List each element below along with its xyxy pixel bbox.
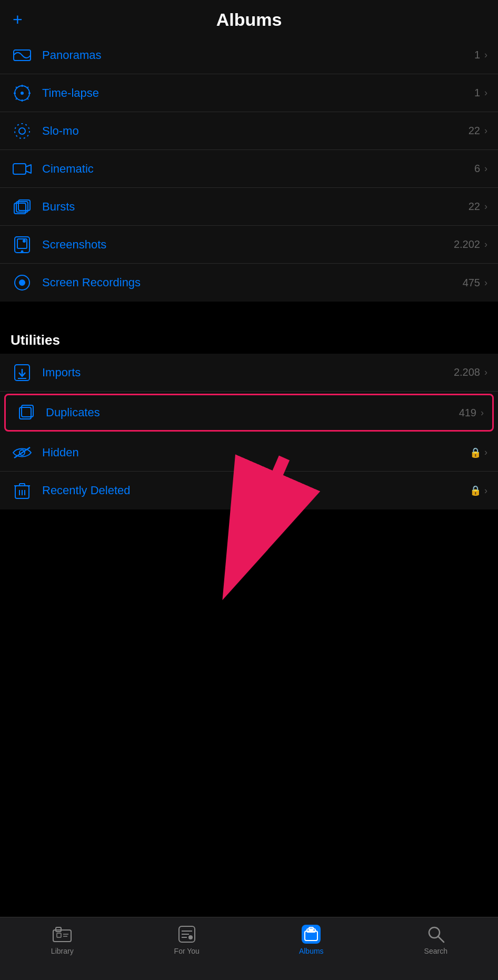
item-count: 1 [474,49,480,61]
recently-deleted-item[interactable]: Recently Deleted 🔒 › [0,472,498,509]
item-count: 419 [459,407,476,419]
tab-albums[interactable]: Albums [290,925,332,955]
svg-line-53 [438,936,444,942]
utilities-list: Imports 2.208 › Duplicates 419 › [0,354,498,509]
item-label: Hidden [42,446,470,459]
list-item[interactable]: Cinematic 6 › [0,150,498,188]
svg-point-20 [23,240,25,242]
list-item[interactable]: Screen Recordings 475 › [0,264,498,302]
svg-point-11 [15,124,29,138]
slomo-icon [11,119,34,143]
chevron-icon: › [484,367,487,378]
chevron-icon: › [484,49,487,61]
list-item[interactable]: Screenshots 2.202 › [0,226,498,264]
tab-library[interactable]: Library [41,925,83,955]
item-count: 6 [474,163,480,175]
tab-label: Library [51,947,74,955]
item-label: Screenshots [42,238,454,252]
item-count: 22 [469,201,480,213]
item-label: Cinematic [42,162,474,176]
screenrecordings-icon [11,271,34,294]
main-content: Panoramas 1 › [0,36,498,578]
hidden-icon [11,441,34,464]
add-button[interactable]: + [13,10,23,29]
list-item[interactable]: Time-lapse 1 › [0,74,498,112]
hidden-item[interactable]: Hidden 🔒 › [0,434,498,472]
svg-point-2 [21,92,23,94]
tab-label: Search [424,947,447,955]
chevron-icon: › [484,201,487,212]
tab-label: For You [174,947,200,955]
item-label: Imports [42,366,454,379]
item-count: 475 [463,277,480,289]
duplicates-icon [14,401,37,424]
lock-icon: 🔒 [470,485,481,496]
svg-rect-13 [13,164,26,174]
svg-point-12 [19,128,25,134]
timelapse-icon [11,82,34,105]
tab-bar: Library For You Albums [0,917,498,980]
page-title: Albums [216,9,282,30]
app-header: + Albums [0,0,498,36]
item-label: Panoramas [42,48,474,62]
chevron-icon: › [484,447,487,458]
imports-item[interactable]: Imports 2.208 › [0,354,498,392]
item-label: Duplicates [46,406,459,419]
item-label: Time-lapse [42,86,474,100]
item-label: Bursts [42,200,469,214]
item-label: Slo-mo [42,124,469,138]
list-item[interactable]: Panoramas 1 › [0,36,498,74]
chevron-icon: › [484,485,487,496]
tab-foryou[interactable]: For You [166,925,208,955]
svg-rect-41 [57,933,61,937]
screenshots-icon [11,233,34,256]
svg-point-18 [22,251,23,252]
panorama-icon [11,44,34,67]
cinematic-icon [11,157,34,181]
imports-icon [11,361,34,384]
bursts-icon [11,195,34,218]
lock-icon: 🔒 [470,447,481,458]
svg-point-22 [19,280,25,285]
search-icon [426,925,445,944]
media-types-list: Panoramas 1 › [0,36,498,302]
list-item[interactable]: Slo-mo 22 › [0,112,498,150]
chevron-icon: › [484,239,487,250]
section-divider [0,302,498,317]
tab-label: Albums [299,947,324,955]
chevron-icon: › [484,87,487,98]
chevron-icon: › [481,407,484,418]
list-item[interactable]: Bursts 22 › [0,188,498,226]
item-count: 1 [474,87,480,99]
albums-icon [302,925,321,944]
chevron-icon: › [484,125,487,136]
duplicates-item[interactable]: Duplicates 419 › [4,394,494,432]
utilities-label: Utilities [11,332,60,348]
tab-search[interactable]: Search [415,925,457,955]
chevron-icon: › [484,163,487,174]
item-label: Screen Recordings [42,276,463,289]
utilities-section-header: Utilities [0,317,498,354]
recentlydeleted-icon [11,479,34,502]
chevron-icon: › [484,277,487,288]
svg-point-48 [188,935,193,939]
foryou-icon [177,925,196,944]
item-count: 2.202 [454,238,480,251]
item-label: Recently Deleted [42,484,470,497]
item-count: 22 [469,125,480,137]
library-icon [53,925,72,944]
item-count: 2.208 [454,366,480,378]
